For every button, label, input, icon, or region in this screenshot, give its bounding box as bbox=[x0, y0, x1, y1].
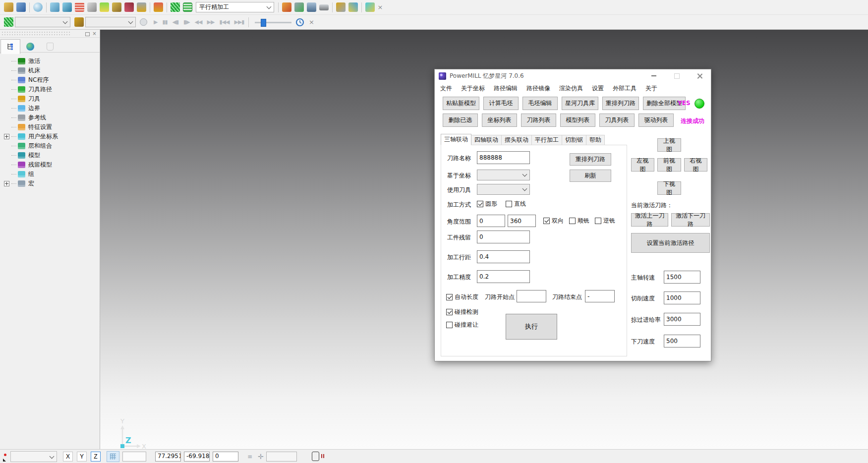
angle-end-input[interactable] bbox=[508, 215, 536, 227]
tree-item[interactable]: 特征设置 bbox=[1, 122, 100, 132]
fast-forward-icon[interactable]: ▶▶ bbox=[207, 19, 215, 25]
mode-circle-checkbox[interactable]: 圆形 bbox=[477, 200, 497, 208]
collision-check-icon[interactable] bbox=[100, 2, 109, 12]
rearrange-toolpaths-button[interactable]: 重排列刀路 bbox=[570, 153, 611, 166]
menu-item[interactable]: 文件 bbox=[436, 84, 457, 93]
axis-z-button[interactable]: Z bbox=[91, 452, 101, 462]
maximize-button[interactable] bbox=[665, 69, 688, 82]
print-sphere-icon[interactable] bbox=[33, 2, 43, 12]
toolbar-close-icon[interactable]: × bbox=[307, 18, 315, 26]
tool-pair-icon[interactable] bbox=[336, 2, 346, 12]
collision-check-checkbox[interactable]: 碰撞检测 bbox=[446, 308, 478, 316]
collision-avoid-checkbox[interactable]: 碰撞避让 bbox=[446, 321, 478, 329]
action-button[interactable]: 刀具列表 bbox=[599, 114, 635, 127]
pause-icon[interactable]: ▮▮ bbox=[162, 19, 167, 25]
stepover-input[interactable] bbox=[477, 250, 530, 263]
toolpath-create-icon[interactable] bbox=[62, 2, 72, 12]
float-panel-icon[interactable] bbox=[84, 31, 90, 36]
use-tool-dropdown[interactable] bbox=[477, 184, 530, 195]
cutting-speed-input[interactable] bbox=[664, 291, 700, 304]
tool-red-holder-icon[interactable] bbox=[154, 2, 163, 12]
action-button[interactable]: 坐标列表 bbox=[482, 114, 517, 127]
plunge-speed-input[interactable] bbox=[664, 335, 700, 347]
dialog-titlebar[interactable]: PowerMILL 忆梦星河 7.0.6 bbox=[435, 69, 711, 82]
action-button[interactable]: 删除已选 bbox=[443, 114, 478, 127]
checkbox-icon[interactable] bbox=[446, 294, 453, 300]
tool-holder-icon[interactable] bbox=[137, 2, 146, 12]
powermill-ribbon-icon[interactable] bbox=[4, 17, 13, 27]
lightbulb-icon[interactable] bbox=[140, 18, 147, 26]
menu-item[interactable]: 渲染仿真 bbox=[555, 84, 587, 93]
point-marker-widget[interactable] bbox=[2, 452, 8, 462]
tolerance-input[interactable] bbox=[477, 270, 530, 283]
end-point-input[interactable] bbox=[585, 290, 615, 302]
axis-values-list-icon[interactable]: ≡ bbox=[247, 453, 253, 460]
activate-next-toolpath-button[interactable]: 激活下一刀路 bbox=[671, 213, 710, 227]
tool-check-icon[interactable] bbox=[294, 2, 304, 12]
step-back-icon[interactable]: ◀▮ bbox=[173, 19, 179, 25]
expand-plus-icon[interactable] bbox=[4, 134, 9, 139]
go-start-icon[interactable]: ▮◀◀ bbox=[219, 19, 229, 25]
toolpath-list-icon[interactable] bbox=[75, 2, 84, 12]
tree-item[interactable]: 刀具路径 bbox=[1, 85, 100, 94]
blocks-icon[interactable] bbox=[365, 2, 375, 12]
action-button[interactable]: 星河刀具库 bbox=[562, 97, 598, 110]
refresh-button[interactable]: 刷新 bbox=[570, 170, 611, 182]
probe-axis-icon[interactable]: ✛ bbox=[258, 453, 264, 461]
strategy-list-icon[interactable] bbox=[183, 2, 192, 12]
menu-item[interactable]: 设置 bbox=[587, 84, 608, 93]
view-bottom-button[interactable]: 下视图 bbox=[657, 181, 681, 195]
nc-program-dropdown[interactable] bbox=[15, 17, 70, 27]
angle-start-input[interactable] bbox=[477, 215, 505, 227]
skim-feed-input[interactable] bbox=[664, 313, 700, 326]
spindle-speed-input[interactable] bbox=[664, 271, 700, 284]
axis-y-button[interactable]: Y bbox=[77, 452, 87, 462]
checkbox-icon[interactable] bbox=[477, 201, 483, 207]
expand-plus-icon[interactable] bbox=[4, 181, 9, 186]
measure-field[interactable] bbox=[266, 452, 297, 462]
coord-x-field[interactable]: 77.2951 bbox=[155, 452, 181, 462]
toolbar-close-icon[interactable]: × bbox=[376, 3, 384, 11]
pattern-diamond-icon[interactable] bbox=[124, 2, 134, 12]
checkbox-icon[interactable] bbox=[446, 309, 453, 315]
checkbox-icon[interactable] bbox=[506, 201, 512, 207]
tool-flame-icon[interactable] bbox=[282, 2, 291, 12]
coord-y-field[interactable]: -69.918 bbox=[184, 452, 210, 462]
tree-item[interactable]: 组 bbox=[1, 170, 100, 179]
dialog-tab[interactable]: 三轴联动 bbox=[441, 134, 471, 145]
dialog-tab[interactable]: 四轴联动 bbox=[471, 135, 502, 145]
strategy-dropdown[interactable]: 平行精加工 bbox=[196, 2, 274, 12]
snap-value-field[interactable] bbox=[122, 452, 146, 462]
save-project-icon[interactable] bbox=[16, 2, 26, 12]
sidebar-dock-header[interactable]: × bbox=[0, 30, 100, 38]
tree-item[interactable]: 刀具 bbox=[1, 94, 100, 104]
base-coord-dropdown[interactable] bbox=[477, 170, 530, 180]
action-button[interactable]: 粘贴新模型 bbox=[443, 97, 479, 110]
menu-item[interactable]: 路径编辑 bbox=[489, 84, 522, 93]
recycle-bin-tab[interactable] bbox=[40, 39, 60, 54]
open-project-icon[interactable] bbox=[4, 2, 13, 12]
checkbox-icon[interactable] bbox=[446, 322, 453, 328]
checkbox-icon[interactable] bbox=[595, 218, 601, 224]
close-panel-icon[interactable]: × bbox=[92, 31, 97, 36]
clock-icon[interactable] bbox=[295, 18, 304, 27]
view-front-button[interactable]: 前视图 bbox=[657, 158, 681, 172]
action-button[interactable]: 模型列表 bbox=[560, 114, 595, 127]
start-point-input[interactable] bbox=[517, 290, 546, 302]
checkbox-icon[interactable] bbox=[543, 218, 550, 224]
action-button[interactable]: 刀路列表 bbox=[521, 114, 556, 127]
menu-item[interactable]: 关于 bbox=[641, 84, 662, 93]
view-globe-tab[interactable] bbox=[20, 39, 40, 54]
action-button[interactable]: 计算毛坯 bbox=[483, 97, 519, 110]
mode-line-checkbox[interactable]: 直线 bbox=[506, 200, 526, 208]
axis-x-button[interactable]: X bbox=[63, 452, 73, 462]
action-button[interactable]: 重排列刀路 bbox=[602, 97, 639, 110]
view-left-button[interactable]: 左视图 bbox=[631, 158, 654, 172]
ruler-icon[interactable] bbox=[319, 4, 329, 10]
bidirectional-checkbox[interactable]: 双向 bbox=[543, 217, 564, 225]
view-right-button[interactable]: 右视图 bbox=[684, 158, 707, 172]
explorer-tree-tab[interactable] bbox=[0, 39, 20, 54]
rewind-icon[interactable]: ◀◀ bbox=[195, 19, 202, 25]
dialog-tab[interactable]: 摆头联动 bbox=[501, 135, 532, 145]
play-icon[interactable]: ▶ bbox=[154, 19, 157, 25]
